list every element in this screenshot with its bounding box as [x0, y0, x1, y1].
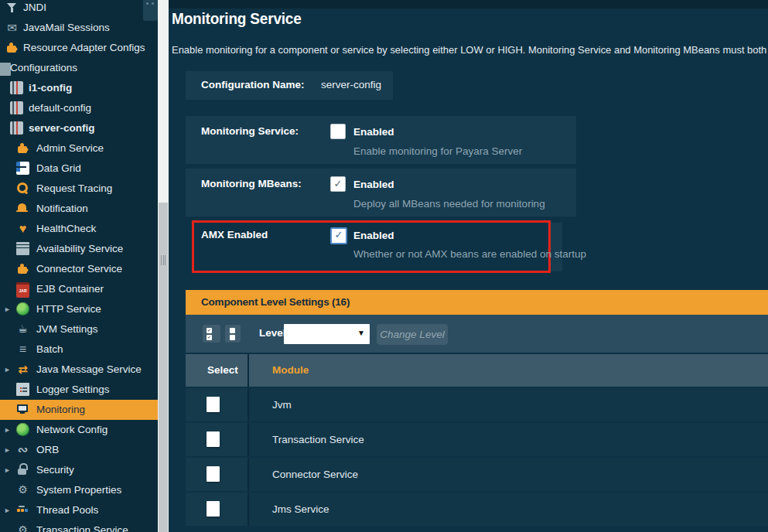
column-divider — [247, 423, 249, 456]
sidebar-item-javamail-sessions[interactable]: ✉ JavaMail Sessions — [0, 18, 158, 38]
sidebar-item-label: Configurations — [10, 58, 77, 78]
jar-icon: JAR — [16, 282, 29, 298]
module-name: Jvm — [272, 399, 292, 411]
row-select-checkbox[interactable] — [207, 501, 220, 517]
select-all-icon[interactable]: ✓✓ — [203, 325, 220, 343]
expand-arrow-icon[interactable]: ► — [2, 500, 12, 520]
sidebar-item-http-service[interactable]: ► HTTP Service — [0, 299, 158, 319]
sidebar-item-orb[interactable]: ► ∾ ORB — [0, 440, 158, 460]
sidebar-item-ejb-container[interactable]: JAR EJB Container — [0, 279, 158, 299]
help-text: Whether or not AMX beans are enabled on … — [353, 248, 586, 260]
puzzle-icon — [16, 142, 29, 155]
bell-icon — [16, 202, 29, 215]
table-row-connector-service[interactable]: Connector Service — [186, 458, 768, 491]
checkbox-label: Enabled — [353, 126, 394, 138]
form-row-monitoring-service: Monitoring Service: ✓ Enabled Enable mon… — [186, 116, 576, 164]
monitor-icon — [16, 403, 29, 416]
sidebar-item-label: Resource Adapter Configs — [23, 38, 145, 58]
table-row-jvm[interactable]: Jvm — [186, 388, 768, 421]
clip-icon — [0, 63, 11, 76]
sliders-icon — [10, 121, 23, 135]
sidebar-item-admin-service[interactable]: Admin Service — [0, 138, 158, 159]
table-row-transaction-service[interactable]: Transaction Service — [186, 423, 768, 456]
sidebar-item-logger-settings[interactable]: Logger Settings — [0, 380, 158, 400]
checkmark-icon: ✓ — [334, 178, 343, 189]
sidebar-item-jvm-settings[interactable]: ☕ JVM Settings — [0, 319, 158, 339]
sidebar-item-notification[interactable]: Notification — [0, 199, 158, 219]
sidebar-item-healthcheck[interactable]: ♥ HealthCheck — [0, 219, 158, 239]
sidebar-item-label: Java Message Service — [36, 360, 142, 380]
table-row-jms-service[interactable]: Jms Service — [186, 493, 768, 526]
sidebar-item-network-config[interactable]: ► Network Config — [0, 420, 158, 440]
sidebar-item-java-message-service[interactable]: ► ⇄ Java Message Service — [0, 360, 158, 380]
filter-icon — [5, 1, 19, 14]
sidebar-item-label: JNDI — [23, 0, 46, 18]
sidebar-item-label: Security — [36, 460, 74, 480]
column-header-module: Module — [272, 364, 309, 376]
configuration-name-panel: Configuration Name: server-config — [186, 71, 393, 100]
column-divider — [247, 493, 249, 526]
row-select-checkbox[interactable] — [207, 431, 220, 447]
sidebar-scroll-button[interactable] — [143, 0, 158, 21]
sidebar-item-resource-adapter-configs[interactable]: Resource Adapter Configs — [0, 38, 158, 58]
expand-arrow-icon[interactable]: ► — [2, 360, 12, 380]
sidebar-scrollbar-thumb[interactable] — [159, 203, 168, 532]
expand-arrow-icon[interactable]: ► — [2, 440, 12, 460]
sidebar-item-batch[interactable]: ≡ Batch — [0, 339, 158, 360]
page-description: Enable monitoring for a component or ser… — [172, 44, 766, 56]
sidebar-item-label: Request Tracing — [36, 179, 112, 199]
sidebar-item-connector-service[interactable]: Connector Service — [0, 259, 158, 279]
column-divider — [247, 354, 249, 387]
change-level-button[interactable]: Change Level — [377, 324, 448, 345]
sidebar-item-request-tracing[interactable]: Request Tracing — [0, 179, 158, 199]
enabled-checkbox[interactable]: ✓ — [330, 176, 346, 192]
mail-icon: ✉ — [5, 21, 19, 34]
deselect-all-icon[interactable] — [225, 325, 241, 343]
sidebar-item-jndi[interactable]: JNDI — [0, 0, 158, 18]
sidebar-item-transaction-service[interactable]: ⚙ Transaction Service — [0, 520, 158, 532]
sidebar-scrollbar-track[interactable] — [158, 0, 169, 532]
row-select-checkbox[interactable] — [207, 466, 220, 482]
sidebar-item-server-config[interactable]: server-config — [0, 118, 158, 138]
wrench-icon: ⚙ — [16, 483, 29, 496]
checkbox-label: Enabled — [353, 179, 394, 190]
sidebar-item-label: Notification — [36, 199, 88, 219]
sidebar-item-availability-service[interactable]: Availability Service — [0, 239, 158, 259]
panel-edge-strip — [551, 223, 562, 271]
row-select-checkbox[interactable] — [207, 397, 220, 412]
enabled-checkbox[interactable]: ✓ — [330, 227, 347, 244]
component-level-settings-header: Component Level Settings (16) — [186, 290, 768, 315]
sidebar-item-default-config[interactable]: default-config — [0, 98, 158, 118]
sidebar-item-system-properties[interactable]: ⚙ System Properties — [0, 480, 158, 500]
expand-arrow-icon[interactable]: ► — [2, 299, 12, 319]
sidebar-item-label: Transaction Service — [36, 520, 128, 532]
main-content: Monitoring Service Enable monitoring for… — [169, 0, 768, 532]
sidebar-item-monitoring[interactable]: Monitoring — [0, 400, 158, 420]
form-row-label: Monitoring MBeans: — [201, 178, 302, 189]
sidebar-item-label: EJB Container — [36, 279, 104, 299]
sidebar-item-i1-config[interactable]: i1-config — [0, 78, 158, 98]
column-header-select: Select — [207, 364, 238, 376]
sidebar-item-label: Logger Settings — [36, 380, 110, 400]
grid-icon — [16, 162, 29, 175]
sliders-icon — [10, 81, 23, 94]
sidebar-item-security[interactable]: ► Security — [0, 460, 158, 480]
globe-icon — [16, 423, 29, 436]
module-name: Jms Service — [272, 503, 329, 515]
sidebar-item-label: i1-config — [29, 78, 72, 98]
chevron-down-icon: ▼ — [357, 329, 365, 337]
sidebar-item-label: ORB — [36, 440, 59, 460]
expand-arrow-icon[interactable]: ► — [2, 420, 12, 440]
sidebar-item-label: JVM Settings — [36, 319, 98, 339]
enabled-checkbox[interactable]: ✓ — [330, 124, 346, 139]
arrows-icon: ⇄ — [16, 363, 29, 376]
module-name: Connector Service — [272, 469, 358, 480]
sidebar-item-thread-pools[interactable]: ► Thread Pools — [0, 500, 158, 520]
sidebar-item-data-grid[interactable]: Data Grid — [0, 159, 158, 179]
expand-arrow-icon[interactable]: ► — [2, 460, 12, 480]
module-name: Transaction Service — [272, 434, 364, 445]
sidebar-item-label: Admin Service — [36, 138, 104, 159]
sidebar-item-configurations[interactable]: Configurations — [0, 58, 158, 78]
scrollbar-grip-icon — [161, 255, 166, 265]
level-select[interactable]: ▼ — [284, 324, 370, 344]
